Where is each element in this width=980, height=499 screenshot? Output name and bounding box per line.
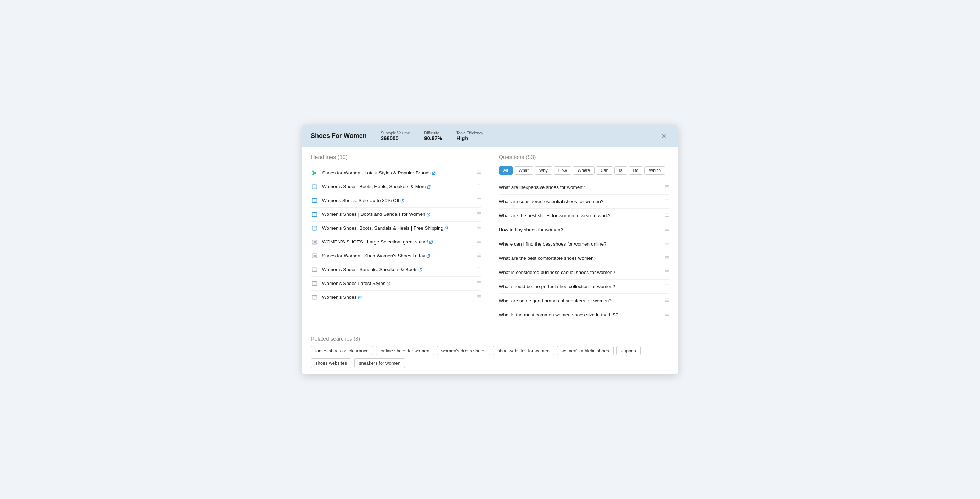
svg-rect-32 <box>477 241 481 241</box>
related-tag-0[interactable]: ladies shoes on clearance <box>311 346 373 356</box>
filter-tab-what[interactable]: What <box>514 166 533 175</box>
headline-icon-2 <box>311 198 318 204</box>
headline-item: Women's Shoes, Sandals, Sneakers & Boots <box>311 263 482 277</box>
filter-tab-is[interactable]: Is <box>614 166 627 175</box>
svg-rect-33 <box>477 242 481 243</box>
drag-handle-6[interactable] <box>477 253 482 259</box>
modal-body: Headlines (10) Shoes for Women - Latest … <box>302 147 678 329</box>
question-drag-handle-3[interactable] <box>664 227 669 233</box>
svg-rect-44 <box>477 269 481 269</box>
svg-rect-83 <box>665 300 669 300</box>
filter-tab-how[interactable]: How <box>554 166 571 175</box>
related-tag-7[interactable]: sneakers for women <box>354 358 405 368</box>
question-item: What is considered business casual shoes… <box>499 265 670 280</box>
drag-handle-9[interactable] <box>477 294 482 300</box>
filter-tab-do[interactable]: Do <box>628 166 643 175</box>
drag-handle-5[interactable] <box>477 239 482 245</box>
headlines-panel: Headlines (10) Shoes for Women - Latest … <box>302 147 490 329</box>
question-item: How to buy shoes for women? <box>499 223 670 237</box>
question-item: What are the best shoes for women to wea… <box>499 209 670 223</box>
headline-text-5: WOMEN'S SHOES | Large Selection, great v… <box>322 239 473 244</box>
related-searches-section: Related searches (8) ladies shoes on cle… <box>302 329 678 374</box>
question-text-8: What are some good brands of sneakers fo… <box>499 298 661 303</box>
stat-topic-efficiency-value: High <box>457 135 483 141</box>
svg-rect-28 <box>312 240 317 244</box>
question-item: What should be the perfect shoe collecti… <box>499 280 670 294</box>
svg-rect-15 <box>477 201 481 201</box>
svg-rect-67 <box>665 228 669 228</box>
svg-rect-51 <box>477 284 481 284</box>
question-drag-handle-6[interactable] <box>664 269 669 275</box>
drag-handle-4[interactable] <box>477 225 482 231</box>
stat-subtopic-volume-label: Subtopic Volume <box>381 131 410 135</box>
svg-rect-85 <box>665 312 669 313</box>
headline-icon-0 <box>311 170 318 176</box>
svg-rect-16 <box>312 212 317 216</box>
question-item: What are considered essential shoes for … <box>499 194 670 209</box>
headline-item: Women's Shoes <box>311 291 482 304</box>
svg-rect-4 <box>312 185 317 188</box>
stat-difficulty: Difficulty 90.87% <box>424 131 442 141</box>
question-drag-handle-1[interactable] <box>664 198 669 204</box>
headline-item: Womens Shoes: Sale Up to 80% Off <box>311 194 482 208</box>
question-drag-handle-5[interactable] <box>664 255 669 261</box>
question-text-7: What should be the perfect shoe collecti… <box>499 284 661 289</box>
drag-handle-1[interactable] <box>477 183 482 190</box>
related-tag-1[interactable]: online shoes for women <box>376 346 434 356</box>
svg-rect-57 <box>477 298 481 298</box>
headline-icon-1 <box>311 183 318 190</box>
headline-text-4: Women's Shoes, Boots, Sandals & Heels | … <box>322 225 473 231</box>
drag-handle-7[interactable] <box>477 266 482 273</box>
stat-difficulty-value: 90.87% <box>424 135 442 141</box>
headline-text-0: Shoes for Women - Latest Styles & Popula… <box>322 170 473 175</box>
drag-handle-3[interactable] <box>477 211 482 217</box>
svg-rect-26 <box>477 227 481 228</box>
svg-rect-46 <box>312 281 317 285</box>
related-tag-2[interactable]: women's dress shoes <box>437 346 490 356</box>
modal-header: Shoes For Women Subtopic Volume 368000 D… <box>302 125 678 147</box>
drag-handle-2[interactable] <box>477 198 482 203</box>
filter-tab-all[interactable]: All <box>499 166 513 175</box>
question-drag-handle-0[interactable] <box>664 184 669 190</box>
svg-marker-0 <box>312 170 317 175</box>
question-text-9: What is the most common women shoes size… <box>499 312 661 317</box>
questions-panel: Questions (53) AllWhatWhyHowWhereCanIsDo… <box>490 147 678 329</box>
modal-container: Shoes For Women Subtopic Volume 368000 D… <box>302 125 678 374</box>
svg-rect-73 <box>665 256 669 256</box>
filter-tab-which[interactable]: Which <box>644 166 665 175</box>
related-tag-5[interactable]: zappos <box>616 346 641 356</box>
filter-tab-why[interactable]: Why <box>535 166 552 175</box>
headline-item: Women's Shoes | Boots and Sandals for Wo… <box>311 208 482 222</box>
related-tag-4[interactable]: women's athletic shoes <box>557 346 614 356</box>
svg-rect-9 <box>477 187 481 188</box>
question-text-5: What are the best comfortable shoes wome… <box>499 255 661 261</box>
svg-rect-58 <box>665 185 669 185</box>
filter-tab-where[interactable]: Where <box>573 166 595 175</box>
related-tag-6[interactable]: shoes websites <box>311 358 352 368</box>
svg-rect-63 <box>665 202 669 202</box>
close-button[interactable]: ✕ <box>658 131 669 142</box>
question-drag-handle-8[interactable] <box>664 298 669 304</box>
headlines-title: Headlines (10) <box>311 154 482 161</box>
drag-handle-8[interactable] <box>477 281 482 286</box>
headline-item: Shoes for Women - Latest Styles & Popula… <box>311 166 482 180</box>
headline-text-2: Womens Shoes: Sale Up to 80% Off <box>322 198 473 203</box>
svg-rect-39 <box>477 256 481 257</box>
svg-rect-79 <box>665 284 669 285</box>
stat-subtopic-volume-value: 368000 <box>381 135 410 141</box>
stat-topic-efficiency-label: Topic Efficiency <box>457 131 483 135</box>
filter-tab-can[interactable]: Can <box>596 166 613 175</box>
svg-rect-21 <box>477 215 481 215</box>
question-drag-handle-7[interactable] <box>664 284 669 290</box>
drag-handle-0[interactable] <box>477 170 482 176</box>
question-drag-handle-4[interactable] <box>664 241 669 247</box>
svg-rect-7 <box>477 185 481 185</box>
svg-rect-70 <box>665 242 669 242</box>
svg-rect-69 <box>665 230 669 230</box>
headline-item: WOMEN'S SHOES | Large Selection, great v… <box>311 235 482 249</box>
question-drag-handle-2[interactable] <box>664 213 669 218</box>
related-tag-3[interactable]: shoe websites for women <box>493 346 554 356</box>
svg-rect-65 <box>665 215 669 215</box>
question-drag-handle-9[interactable] <box>664 312 669 318</box>
headline-item: Women's Shoes Latest Styles <box>311 277 482 291</box>
